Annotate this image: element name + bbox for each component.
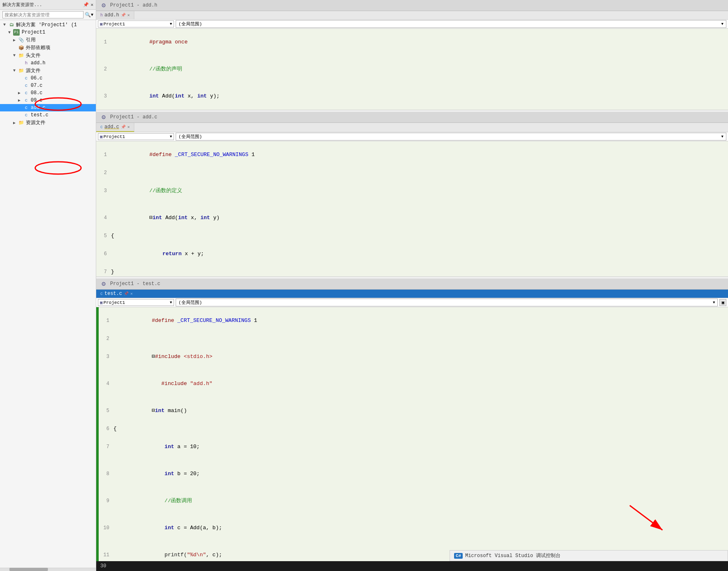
sources-folder-icon: 📁	[18, 68, 25, 74]
tab-addh-pin[interactable]: 📌	[121, 13, 126, 18]
search-input[interactable]	[2, 11, 84, 18]
addh-comment: //函数的声明	[149, 66, 183, 72]
testc-line-1: 1 #define _CRT_SECURE_NO_WARNINGS 1	[99, 307, 728, 334]
tree-09c[interactable]: ▶ c 09.c	[0, 97, 96, 104]
testc-panel: ⚙ Project1 - test.c c test.c 📌 ✕ ▣ Proje…	[96, 279, 728, 571]
dropdown-icon[interactable]: ▼	[91, 13, 93, 17]
tree-solution[interactable]: ▼ 🗂 解决方案 'Project1' (1	[0, 21, 96, 29]
tab-testc-icon: c	[100, 292, 103, 296]
tree-addh[interactable]: h add.h	[0, 59, 96, 67]
addc-project-icon: ▣	[100, 134, 103, 139]
addc-line-5: 5 {	[96, 231, 728, 240]
tab-addh-label: add.h	[104, 12, 119, 18]
resources-label: 资源文件	[26, 119, 45, 126]
tab-addc[interactable]: c add.c 📌 ✕	[96, 123, 134, 132]
close-icon[interactable]: ✕	[90, 2, 93, 7]
sidebar-title-text: 解决方案资源管...	[2, 2, 42, 8]
06c-label: 06.c	[31, 75, 43, 81]
addc-panel-title: Project1 - add.c	[110, 114, 157, 120]
resources-arrow: ▶	[13, 120, 18, 125]
solution-tree: ▼ 🗂 解决方案 'Project1' (1 ▼ P1 Project1 ▶ 📎…	[0, 20, 96, 568]
testc-label: test.c	[31, 112, 48, 118]
tree-07c[interactable]: c 07.c	[0, 82, 96, 89]
addc-line-4: 4 ⊟int Add(int x, int y)	[96, 204, 728, 231]
addh-project-icon: ▣	[100, 21, 103, 27]
addc-scope-arrow: ▼	[721, 135, 723, 139]
testc-scope[interactable]: (全局范围) ▼	[176, 299, 718, 306]
tab-addc-pin[interactable]: 📌	[121, 125, 126, 129]
bottom-bar: 30	[96, 561, 728, 571]
addh-project-label: Project1	[104, 22, 169, 27]
tree-testc[interactable]: c test.c	[0, 111, 96, 119]
tree-06c[interactable]: c 06.c	[0, 75, 96, 82]
addh-project-dropdown[interactable]: ▣ Project1 ▼	[98, 20, 174, 27]
addh-scope-arrow: ▼	[721, 22, 723, 26]
07c-icon: c	[23, 82, 29, 89]
08c-icon: c	[23, 90, 29, 96]
tree-resources-folder[interactable]: ▶ 📁 资源文件	[0, 119, 96, 127]
debug-console-icon: C#	[454, 553, 463, 559]
headers-folder-icon: 📁	[18, 52, 25, 59]
addc-line-6: 6 return x + y;	[96, 240, 728, 267]
addc-code: 1 #define _CRT_SECURE_NO_WARNINGS 1 2 3 …	[96, 141, 728, 276]
testc-line-7: 7 int a = 10;	[99, 433, 728, 460]
testc-line-8: 8 int b = 20;	[99, 460, 728, 487]
sources-arrow: ▼	[13, 68, 18, 73]
addh-panel-title: Project1 - add.h	[110, 2, 157, 8]
project1-icon: P1	[13, 29, 20, 36]
addh-titlebar: ⚙ Project1 - add.h	[96, 0, 728, 11]
addh-line-1: 1 #pragma once	[96, 29, 728, 56]
sidebar-search-bar: 🔍 ▼	[0, 10, 96, 20]
testc-panel-title: Project1 - test.c	[110, 281, 160, 287]
search-icon[interactable]: 🔍	[85, 12, 91, 18]
addh-project-arrow: ▼	[170, 22, 172, 26]
testc-line-10: 10 int c = Add(a, b);	[99, 514, 728, 542]
addh-line-3: 3 int Add(int x, int y);	[96, 83, 728, 110]
tree-sources-folder[interactable]: ▼ 📁 源文件	[0, 67, 96, 75]
tab-addc-close[interactable]: ✕	[127, 125, 130, 129]
testc-line-6: 6 {	[99, 424, 728, 433]
vs-icon-testc: ⚙	[99, 280, 108, 288]
project1-label: Project1	[22, 29, 45, 35]
addc-project-label: Project1	[104, 134, 169, 139]
main-area: ⚙ Project1 - add.h h add.h 📌 ✕ ▣ Project…	[96, 0, 728, 571]
sidebar-title-icons: 📌 ✕	[83, 2, 93, 7]
tab-addh[interactable]: h add.h 📌 ✕	[96, 11, 134, 19]
tree-08c[interactable]: ▶ c 08.c	[0, 89, 96, 97]
tab-addc-label: add.c	[104, 124, 119, 130]
resources-folder-icon: 📁	[18, 120, 25, 126]
tree-references[interactable]: ▶ 📎 引用	[0, 36, 96, 44]
testc-line-4: 4 #include "add.h"	[99, 370, 728, 397]
addh-label: add.h	[31, 60, 45, 66]
references-icon: 📎	[18, 37, 25, 43]
tree-headers-folder[interactable]: ▼ 📁 头文件	[0, 52, 96, 59]
testc-extra-button[interactable]: ▣	[719, 299, 726, 306]
testc-project-icon: ▣	[100, 300, 103, 305]
tab-testc[interactable]: c test.c 📌 ✕	[96, 290, 137, 298]
addc-project-dropdown[interactable]: ▣ Project1 ▼	[98, 133, 174, 140]
tab-testc-close[interactable]: ✕	[130, 291, 133, 296]
addh-scope[interactable]: (全局范围) ▼	[176, 20, 726, 28]
sidebar-title-left: 解决方案资源管...	[2, 2, 42, 8]
references-arrow: ▶	[13, 38, 18, 43]
external-icon: 📦	[18, 45, 25, 51]
09c-icon: c	[23, 97, 29, 104]
pin-icon[interactable]: 📌	[83, 2, 89, 7]
tree-project1[interactable]: ▼ P1 Project1	[0, 29, 96, 36]
addc-scope[interactable]: (全局范围) ▼	[176, 133, 726, 140]
addc-tabbar: c add.c 📌 ✕	[96, 123, 728, 132]
tree-addc[interactable]: c add.c	[0, 104, 96, 111]
addh-toolbar: ▣ Project1 ▼ (全局范围) ▼	[96, 20, 728, 29]
tab-addh-close[interactable]: ✕	[127, 13, 130, 18]
addc-label: add.c	[31, 105, 45, 111]
tree-external-deps[interactable]: 📦 外部依赖项	[0, 44, 96, 52]
solution-arrow: ▼	[3, 23, 8, 27]
testc-scope-text: (全局范围)	[179, 299, 202, 306]
06c-icon: c	[23, 75, 29, 82]
tab-testc-pin[interactable]: 📌	[124, 291, 129, 296]
addc-titlebar: ⚙ Project1 - add.c	[96, 112, 728, 123]
solution-label: 解决方案 'Project1' (1	[16, 21, 77, 28]
testc-project-dropdown[interactable]: ▣ Project1 ▼	[98, 299, 174, 306]
sidebar-scrollbar[interactable]	[0, 568, 96, 571]
tab-addh-icon: h	[100, 13, 103, 18]
